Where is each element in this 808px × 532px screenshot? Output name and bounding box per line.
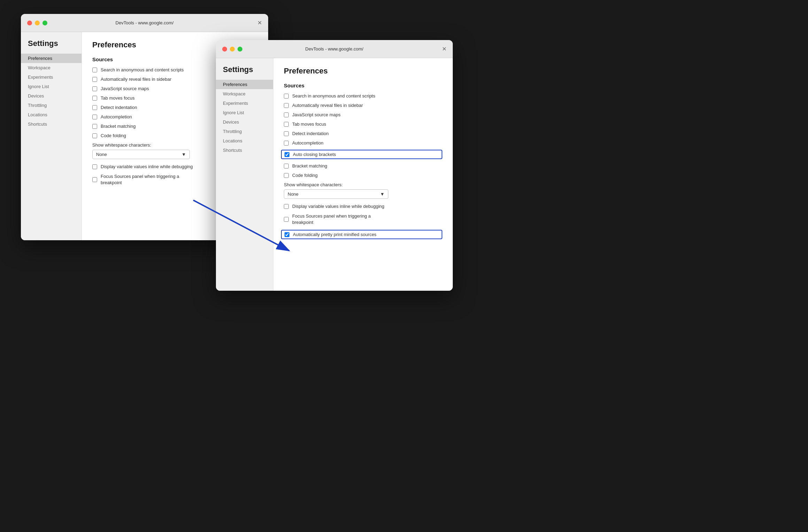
checkbox-label-2-9: Code folding (292, 173, 318, 178)
checkbox-label-2-10: Display variable values inline while deb… (292, 204, 384, 209)
checkbox-label-2-3: JavaScript source maps (292, 112, 341, 117)
sidebar-item-workspace-1[interactable]: Workspace (21, 63, 81, 72)
checkbox-label-2-5: Detect indentation (292, 131, 329, 136)
checkbox-input-8[interactable] (92, 133, 97, 138)
checkbox-bracket-match-2: Bracket matching (284, 163, 442, 169)
checkbox-focus-sources-2: Focus Sources panel when triggering abre… (284, 213, 442, 226)
checkbox-detect-indent-2: Detect indentation (284, 131, 442, 136)
traffic-lights-1 (27, 21, 47, 25)
checkbox-input-2-10[interactable] (284, 204, 289, 209)
close-button-2[interactable] (222, 47, 227, 52)
window2: DevTools - www.google.com/ ✕ Settings Pr… (216, 40, 453, 291)
close-icon-1[interactable]: ✕ (257, 20, 262, 26)
checkbox-variable-inline-2: Display variable values inline while deb… (284, 204, 442, 209)
window-title-2: DevTools - www.google.com/ (305, 46, 364, 52)
minimize-button-1[interactable] (35, 21, 40, 25)
checkbox-label-4: Tab moves focus (101, 95, 135, 101)
checkbox-input-2-8[interactable] (284, 164, 289, 169)
dropdown-arrow-icon-2: ▼ (380, 191, 384, 197)
sidebar-title-1: Settings (21, 39, 81, 54)
sidebar-item-devices-1[interactable]: Devices (21, 91, 81, 101)
sidebar-item-experiments-1[interactable]: Experiments (21, 72, 81, 82)
sidebar-item-shortcuts-1[interactable]: Shortcuts (21, 119, 81, 129)
checkbox-input-2-12[interactable] (285, 232, 289, 237)
checkbox-label-2-6: Autocompletion (292, 140, 324, 146)
checkbox-input-9[interactable] (92, 164, 97, 169)
checkbox-input-6[interactable] (92, 115, 97, 119)
checkbox-input-2[interactable] (92, 77, 97, 82)
sidebar-item-shortcuts-2[interactable]: Shortcuts (216, 146, 273, 155)
window-title-1: DevTools - www.google.com/ (116, 20, 174, 25)
checkbox-input-2-5[interactable] (284, 131, 289, 136)
close-button-1[interactable] (27, 21, 32, 25)
checkbox-input-1[interactable] (92, 68, 97, 72)
minimize-button-2[interactable] (230, 47, 235, 52)
sidebar-item-experiments-2[interactable]: Experiments (216, 99, 273, 108)
maximize-button-1[interactable] (42, 21, 47, 25)
checkbox-reveal-files-2: Automatically reveal files in sidebar (284, 103, 442, 108)
checkbox-input-4[interactable] (92, 96, 97, 101)
traffic-lights-2 (222, 47, 242, 52)
titlebar-2: DevTools - www.google.com/ ✕ (216, 40, 453, 58)
checkbox-label-6: Autocompletion (101, 114, 132, 119)
titlebar-1: DevTools - www.google.com/ ✕ (21, 14, 268, 32)
sidebar-item-locations-1[interactable]: Locations (21, 110, 81, 119)
checkbox-label-10: Focus Sources panel when triggering abre… (101, 173, 179, 186)
checkbox-label-2-12: Automatically pretty print minified sour… (293, 232, 376, 237)
checkbox-anonymous-scripts-2: Search in anonymous and content scripts (284, 93, 442, 99)
checkbox-label-9: Display variable values inline while deb… (101, 164, 193, 169)
checkbox-source-maps-2: JavaScript source maps (284, 112, 442, 117)
checkbox-input-5[interactable] (92, 105, 97, 110)
checkbox-input-2-2[interactable] (284, 103, 289, 108)
sidebar-item-throttling-1[interactable]: Throttling (21, 101, 81, 110)
sidebar-item-preferences-1[interactable]: Preferences (21, 54, 81, 63)
checkbox-auto-closing-brackets-2: Auto closing brackets (281, 150, 442, 159)
checkbox-input-2-9[interactable] (284, 173, 289, 178)
sidebar-item-locations-2[interactable]: Locations (216, 136, 273, 146)
checkbox-input-2-7[interactable] (285, 152, 289, 157)
checkbox-input-3[interactable] (92, 86, 97, 91)
checkbox-input-10[interactable] (92, 177, 97, 182)
checkbox-input-2-11[interactable] (284, 217, 289, 222)
whitespace-select-1[interactable]: None ▼ (92, 150, 190, 159)
checkbox-tab-focus-2: Tab moves focus (284, 122, 442, 127)
sidebar-1: Settings Preferences Workspace Experimen… (21, 32, 82, 240)
checkbox-pretty-print-2: Automatically pretty print minified sour… (281, 230, 442, 239)
sidebar-item-ignorelist-1[interactable]: Ignore List (21, 82, 81, 91)
checkbox-label-5: Detect indentation (101, 105, 137, 110)
whitespace-select-row-2: Show whitespace characters: None ▼ (284, 182, 442, 199)
checkbox-label-2-7: Auto closing brackets (293, 152, 336, 157)
sidebar-item-workspace-2[interactable]: Workspace (216, 89, 273, 99)
checkbox-label-2: Automatically reveal files in sidebar (101, 77, 171, 82)
checkbox-input-2-3[interactable] (284, 112, 289, 117)
maximize-button-2[interactable] (238, 47, 242, 52)
sidebar-2: Settings Preferences Workspace Experimen… (216, 58, 273, 291)
checkbox-input-2-4[interactable] (284, 122, 289, 127)
checkbox-label-2-4: Tab moves focus (292, 122, 326, 127)
sidebar-item-preferences-2[interactable]: Preferences (216, 80, 273, 89)
close-icon-2[interactable]: ✕ (442, 46, 446, 52)
sidebar-item-throttling-2[interactable]: Throttling (216, 127, 273, 136)
sidebar-item-ignorelist-2[interactable]: Ignore List (216, 108, 273, 117)
checkbox-label-2-11: Focus Sources panel when triggering abre… (292, 213, 371, 226)
section-title-2: Sources (284, 83, 442, 88)
whitespace-value-1: None (96, 152, 107, 157)
settings-content-2: Preferences Sources Search in anonymous … (273, 58, 453, 291)
checkbox-label-2-1: Search in anonymous and content scripts (292, 93, 375, 99)
checkbox-input-2-1[interactable] (284, 94, 289, 99)
whitespace-select-2[interactable]: None ▼ (284, 189, 388, 199)
content-title-2: Preferences (284, 66, 442, 76)
checkbox-code-fold-2: Code folding (284, 173, 442, 178)
sidebar-item-devices-2[interactable]: Devices (216, 117, 273, 127)
checkbox-label-2-8: Bracket matching (292, 163, 327, 169)
whitespace-value-2: None (288, 191, 298, 197)
checkbox-label-1: Search in anonymous and content scripts (101, 67, 184, 72)
dropdown-arrow-icon-1: ▼ (181, 152, 186, 157)
sidebar-title-2: Settings (216, 65, 273, 80)
settings-body-2: Settings Preferences Workspace Experimen… (216, 58, 453, 291)
whitespace-label-2: Show whitespace characters: (284, 182, 442, 187)
checkbox-label-8: Code folding (101, 133, 126, 138)
checkbox-input-7[interactable] (92, 124, 97, 129)
checkbox-input-2-6[interactable] (284, 141, 289, 146)
checkbox-autocompletion-2: Autocompletion (284, 140, 442, 146)
